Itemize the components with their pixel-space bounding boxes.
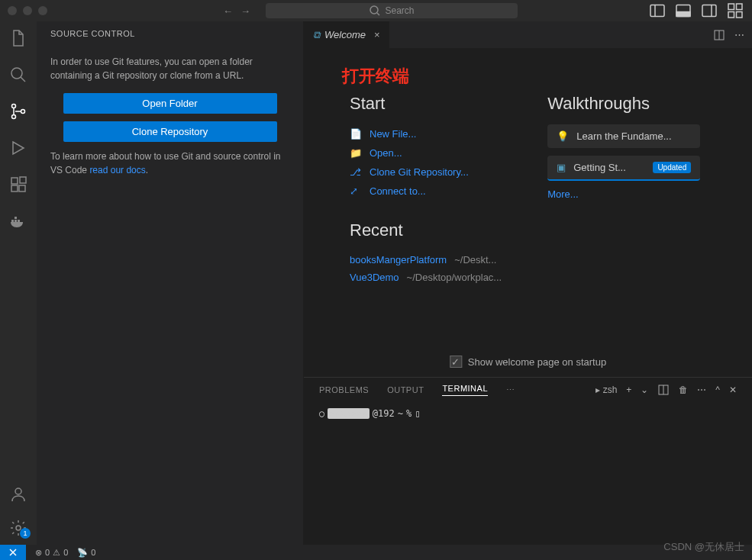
start-item-label: Open...: [370, 147, 402, 159]
terminal-content[interactable]: ○ xxxxxxx@192 ~ % ▯: [304, 402, 752, 425]
checkbox-icon[interactable]: ✓: [450, 356, 462, 368]
svg-rect-20: [20, 177, 26, 183]
minimize-window[interactable]: [23, 6, 32, 15]
walkthrough-fundamentals[interactable]: 💡 Learn the Fundame...: [547, 124, 700, 148]
terminal-shell-label[interactable]: ▸ zsh: [595, 385, 617, 395]
antenna-icon: 📡: [77, 548, 88, 558]
folder-icon: 📁: [350, 147, 362, 159]
clone-repository-button[interactable]: Clone Repository: [63, 121, 277, 142]
docker-icon[interactable]: [9, 212, 27, 230]
svg-point-12: [11, 68, 22, 79]
window-controls: [8, 6, 47, 15]
panel-more-icon[interactable]: ⋯: [697, 385, 706, 395]
walkthrough-getting-started[interactable]: ▣ Getting St... Updated: [547, 156, 700, 181]
cursor: ▯: [415, 408, 420, 419]
walkthrough-label: Learn the Fundame...: [576, 130, 671, 142]
tab-bar: ⧉ Welcome × ⋯: [304, 21, 752, 48]
svg-rect-19: [19, 185, 25, 191]
welcome-page: 打开终端 Start 📄New File...📁Open...⎇Clone Gi…: [304, 48, 752, 377]
search-icon[interactable]: [9, 66, 27, 84]
remote-indicator[interactable]: [0, 545, 26, 560]
docker-icon: ▣: [557, 162, 566, 173]
panel-more-icon[interactable]: ⋯: [506, 385, 515, 395]
svg-point-15: [12, 115, 16, 119]
connect-icon: ⤢: [350, 185, 362, 197]
vscode-icon: ⧉: [313, 29, 320, 41]
recent-item: booksMangerPlatform~/Deskt...: [350, 251, 502, 269]
maximize-window[interactable]: [38, 6, 47, 15]
svg-point-14: [12, 105, 16, 108]
walkthroughs-more-link[interactable]: More...: [547, 188, 700, 200]
search-icon: [369, 5, 381, 17]
tab-output[interactable]: OUTPUT: [387, 385, 424, 394]
nav-forward-icon[interactable]: →: [240, 5, 250, 17]
file-icon: 📄: [350, 128, 362, 140]
warning-icon: ⚠: [53, 548, 60, 558]
layout-sidebar-left-icon[interactable]: [648, 2, 666, 20]
run-debug-icon[interactable]: [9, 139, 27, 157]
walkthrough-label: Getting St...: [573, 162, 626, 173]
recent-heading: Recent: [350, 220, 502, 240]
terminal-dropdown-icon[interactable]: ⌄: [641, 385, 648, 395]
start-item[interactable]: 📄New File...: [350, 124, 502, 143]
layout-panel-icon[interactable]: [674, 2, 692, 20]
tab-welcome[interactable]: ⧉ Welcome ×: [304, 21, 389, 48]
settings-gear-icon[interactable]: 1: [9, 519, 27, 537]
svg-rect-23: [18, 220, 20, 222]
tab-close-icon[interactable]: ×: [374, 29, 380, 40]
svg-point-26: [16, 526, 21, 530]
sidebar-title: SOURCE CONTROL: [50, 29, 289, 38]
more-actions-icon[interactable]: ⋯: [734, 29, 744, 41]
git-icon: ⎇: [350, 166, 362, 178]
status-bar: ⊗0 ⚠0 📡0: [0, 545, 752, 560]
show-on-startup-label: Show welcome page on startup: [468, 356, 606, 368]
source-control-icon[interactable]: [9, 102, 27, 121]
recent-item: Vue3Demo~/Desktop/workplac...: [350, 269, 502, 286]
split-editor-icon[interactable]: [713, 29, 725, 41]
svg-rect-2: [650, 5, 664, 17]
svg-rect-6: [702, 5, 716, 17]
recent-name[interactable]: Vue3Demo: [350, 272, 399, 283]
open-folder-button[interactable]: Open Folder: [63, 93, 277, 114]
maximize-panel-icon[interactable]: ^: [715, 385, 720, 395]
start-item[interactable]: ⤢Connect to...: [350, 182, 502, 201]
tab-terminal[interactable]: TERMINAL: [442, 384, 488, 396]
start-item[interactable]: 📁Open...: [350, 143, 502, 163]
scm-intro-text: In order to use Git features, you can op…: [50, 55, 289, 82]
tab-title: Welcome: [324, 29, 366, 40]
extensions-icon[interactable]: [9, 175, 27, 194]
customize-layout-icon[interactable]: [726, 2, 744, 20]
status-ports[interactable]: 📡0: [77, 548, 95, 558]
updated-badge: Updated: [653, 162, 691, 173]
explorer-icon[interactable]: [9, 29, 27, 47]
search-placeholder: Search: [385, 5, 414, 16]
svg-rect-21: [11, 220, 14, 222]
kill-terminal-icon[interactable]: 🗑: [679, 385, 688, 395]
close-window[interactable]: [8, 6, 17, 15]
close-panel-icon[interactable]: ✕: [729, 385, 737, 395]
gear-badge: 1: [20, 528, 31, 539]
svg-line-1: [377, 13, 379, 15]
titlebar: ← → Search: [0, 0, 752, 21]
watermark: CSDN @无休居士: [663, 540, 744, 554]
start-item-label: Clone Git Repository...: [370, 166, 469, 178]
show-on-startup[interactable]: ✓ Show welcome page on startup: [450, 356, 606, 368]
accounts-icon[interactable]: [9, 485, 27, 504]
nav-back-icon[interactable]: ←: [223, 5, 233, 17]
command-center[interactable]: Search: [266, 3, 518, 18]
recent-path: ~/Deskt...: [454, 254, 496, 266]
svg-rect-8: [728, 4, 734, 10]
split-terminal-icon[interactable]: [657, 384, 670, 396]
start-item[interactable]: ⎇Clone Git Repository...: [350, 163, 502, 182]
svg-point-0: [370, 6, 378, 14]
start-item-label: New File...: [370, 128, 416, 140]
svg-rect-5: [676, 12, 690, 17]
tab-problems[interactable]: PROBLEMS: [319, 385, 369, 394]
new-terminal-icon[interactable]: +: [626, 385, 631, 395]
recent-name[interactable]: booksMangerPlatform: [350, 254, 447, 266]
lightbulb-icon: 💡: [557, 130, 569, 142]
status-problems[interactable]: ⊗0 ⚠0: [35, 548, 68, 558]
svg-point-25: [15, 488, 21, 494]
layout-sidebar-right-icon[interactable]: [700, 2, 718, 20]
read-docs-link[interactable]: read our docs: [89, 165, 145, 175]
